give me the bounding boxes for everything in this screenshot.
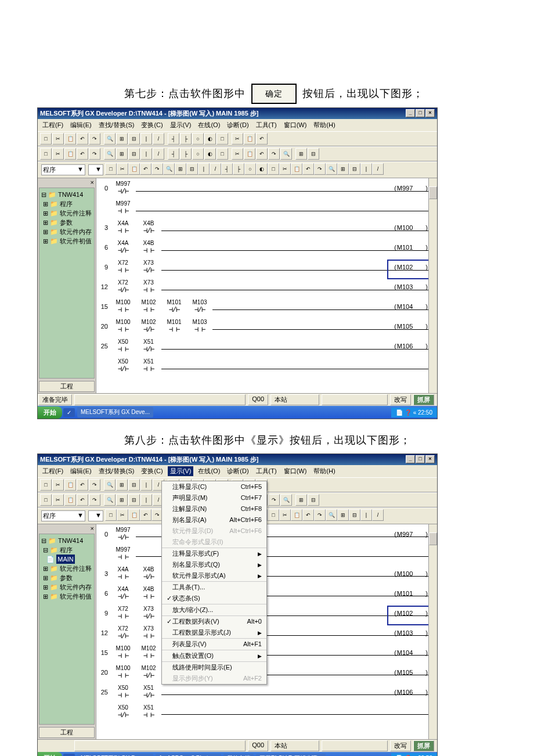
toolbar-button[interactable]: ↷ xyxy=(314,509,326,521)
contact[interactable]: M103⊣ ⊢ xyxy=(187,319,212,334)
toolbar-button[interactable]: ⊞ xyxy=(337,163,349,175)
contact[interactable]: M100⊣ ⊢ xyxy=(110,645,136,660)
view-menu-dropdown[interactable]: 注释显示(C)Ctrl+F5声明显示(M)Ctrl+F7注解显示(N)Ctrl+… xyxy=(161,481,267,685)
toolbar-button[interactable]: 📋 xyxy=(64,133,76,145)
toolbar-button[interactable]: 📋 xyxy=(291,163,302,175)
coil[interactable]: M103 xyxy=(394,279,428,294)
toolbar-button[interactable]: 🔍 xyxy=(104,148,116,160)
panel-close-icon[interactable]: × xyxy=(38,178,96,186)
toolbar-button[interactable]: ↶ xyxy=(302,163,314,175)
toolbar-button[interactable]: ✂ xyxy=(52,133,64,145)
toolbar-button[interactable]: 📋 xyxy=(64,494,76,506)
menu-item[interactable]: 变换(C) xyxy=(139,466,165,476)
toolbar-button[interactable]: ⊞ xyxy=(175,163,186,175)
toolbar-button[interactable]: 🔍 xyxy=(163,163,175,175)
toolbar-button[interactable]: ↶ xyxy=(77,479,88,491)
toolbar-button[interactable]: ↷ xyxy=(89,479,100,491)
contact[interactable]: X4A⊣/⊢ xyxy=(110,240,136,255)
toolbar-button[interactable]: 🔍 xyxy=(104,494,116,506)
contact[interactable]: X73⊣/⊢ xyxy=(136,260,161,275)
toolbar-button[interactable]: ◐ xyxy=(204,148,216,160)
toolbar-button[interactable]: ⊞ xyxy=(337,509,349,521)
toolbar-button[interactable]: ✂ xyxy=(117,163,128,175)
contact[interactable]: M997⊣/⊢ xyxy=(110,181,136,196)
close-icon[interactable]: × xyxy=(425,109,435,117)
toolbar-button[interactable]: ⊞ xyxy=(116,494,128,506)
menu-item[interactable]: 编辑(E) xyxy=(68,120,94,130)
toolbar-button[interactable]: ○ xyxy=(192,133,204,145)
menu-item[interactable]: 帮助(H) xyxy=(311,466,337,476)
toolbar-button[interactable]: ⊟ xyxy=(186,163,198,175)
toolbar-button[interactable]: ┤ xyxy=(168,148,179,160)
toolbar-button[interactable]: ⊟ xyxy=(308,148,319,160)
capture-button[interactable]: 抓屏 xyxy=(413,740,434,751)
contact[interactable]: X4B⊣/⊢ xyxy=(136,566,161,581)
toolbar-button[interactable]: ⊟ xyxy=(349,509,360,521)
contact[interactable]: X72⊣ ⊢ xyxy=(110,260,136,275)
vertical-scrollbar[interactable] xyxy=(428,524,437,739)
start-button[interactable]: 开始 xyxy=(38,752,62,756)
toolbar-button[interactable]: □ xyxy=(217,133,228,145)
menu-item[interactable]: ✓工程数据列表(V)Alt+0 xyxy=(162,616,266,627)
coil[interactable]: M106 xyxy=(394,685,428,700)
menu-item[interactable]: 变换(C) xyxy=(139,120,165,130)
menu-item[interactable]: 列表显示(V)Alt+F1 xyxy=(162,639,266,650)
contact[interactable]: X51⊣ ⊢ xyxy=(136,358,161,373)
maximize-icon[interactable]: □ xyxy=(416,455,425,463)
toolbar-button[interactable]: / xyxy=(153,133,164,145)
coil[interactable]: M106 xyxy=(394,339,428,354)
menu-item[interactable]: 诊断(D) xyxy=(225,120,251,130)
toolbar-button[interactable]: ↷ xyxy=(151,163,163,175)
toolbar-button[interactable]: ⊟ xyxy=(308,494,319,506)
contact[interactable]: X50⊣ ⊢ xyxy=(110,685,136,700)
contact[interactable]: X50⊣/⊢ xyxy=(110,704,136,719)
toolbar-button[interactable]: 📋 xyxy=(244,133,255,145)
contact[interactable]: X50⊣/⊢ xyxy=(110,358,136,373)
toolbar-button[interactable]: ⊟ xyxy=(128,148,140,160)
menu-item[interactable]: 查找/替换(S) xyxy=(96,466,137,476)
coil[interactable]: M103 xyxy=(394,625,428,640)
toolbar-button[interactable]: / xyxy=(372,163,384,175)
system-tray[interactable]: 📄 ❓ « 22:53 xyxy=(391,753,437,756)
program-combo[interactable]: 程序 xyxy=(43,165,56,174)
vertical-scrollbar[interactable] xyxy=(428,178,437,393)
taskbar-app[interactable]: MELSOFT系列 GX Deve... xyxy=(77,754,153,756)
coil[interactable]: M104 xyxy=(394,645,428,660)
contact[interactable]: X4A⊣/⊢ xyxy=(110,586,136,601)
menu-item[interactable]: 显示(V) xyxy=(168,120,194,130)
toolbar-button[interactable]: ↶ xyxy=(256,133,268,145)
quicklaunch-icon[interactable]: ✓ xyxy=(63,408,75,417)
contact[interactable]: X72⊣/⊢ xyxy=(110,625,136,640)
menu-item[interactable]: 工程(F) xyxy=(40,466,66,476)
toolbar-button[interactable]: ⊟ xyxy=(128,133,140,145)
contact[interactable]: M101⊣/⊢ xyxy=(161,299,187,314)
toolbar-button[interactable]: / xyxy=(153,148,164,160)
minimize-icon[interactable]: _ xyxy=(406,109,415,117)
toolbar-button[interactable]: ↷ xyxy=(89,494,100,506)
toolbar-button[interactable]: ⊞ xyxy=(116,133,128,145)
toolbar-button[interactable]: ✂ xyxy=(52,494,64,506)
toolbar-button[interactable]: 🔍 xyxy=(280,494,292,506)
coil[interactable]: M105 xyxy=(394,319,428,334)
menu-item[interactable]: 放大/缩小(Z)... xyxy=(162,604,266,616)
toolbar-button[interactable]: | xyxy=(140,148,152,160)
toolbar-button[interactable]: ↶ xyxy=(77,494,88,506)
toolbar-button[interactable]: ✂ xyxy=(279,509,291,521)
menu-item[interactable]: 帮助(H) xyxy=(311,120,337,130)
contact[interactable]: X73⊣ ⊢ xyxy=(136,625,161,640)
toolbar-button[interactable]: | xyxy=(360,509,372,521)
toolbar-button[interactable]: ↷ xyxy=(89,148,100,160)
menu-item[interactable]: 注释显示(C)Ctrl+F5 xyxy=(162,481,266,492)
contact[interactable]: M101⊣ ⊢ xyxy=(161,319,187,334)
combo-2[interactable]: ▼ xyxy=(88,164,103,175)
toolbar-button[interactable]: 🔍 xyxy=(280,148,292,160)
toolbar-button[interactable]: 📋 xyxy=(244,148,255,160)
toolbar-button[interactable]: ✂ xyxy=(52,479,64,491)
contact[interactable]: X72⊣/⊢ xyxy=(110,279,136,294)
menu-item[interactable]: 在线(O) xyxy=(196,466,222,476)
toolbar-button[interactable]: 📋 xyxy=(64,148,76,160)
toolbar-button[interactable]: □ xyxy=(40,494,52,506)
contact[interactable]: M102⊣ ⊢ xyxy=(136,645,161,660)
toolbar-button[interactable]: ↷ xyxy=(268,148,280,160)
project-tree[interactable]: ⊟ 📁 TNW414 ⊞ 📁 程序 ⊞ 📁 软元件注释 ⊞ 📁 参数 ⊞ 📁 软… xyxy=(39,188,95,379)
